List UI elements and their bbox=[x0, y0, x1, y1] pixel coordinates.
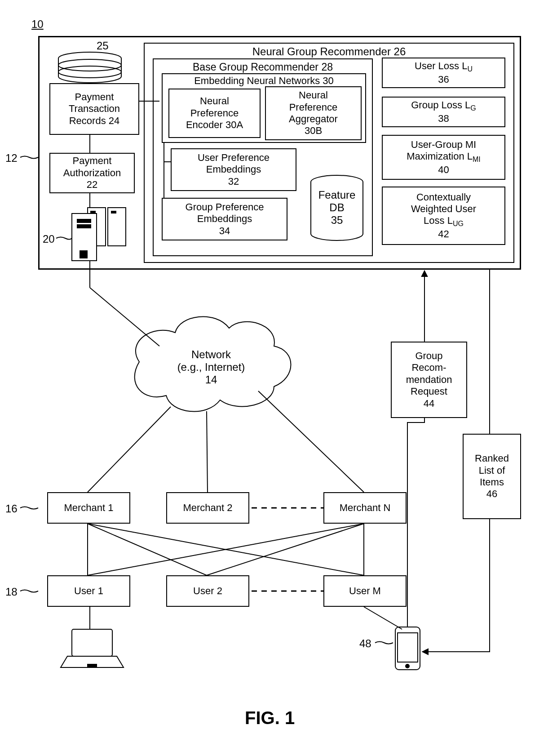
svg-line-23 bbox=[88, 524, 364, 575]
merchant-n: Merchant N bbox=[323, 492, 407, 524]
ref-16: 16 bbox=[5, 503, 18, 515]
feature-db-35: Feature DB 35 bbox=[317, 189, 357, 227]
userloss-l2: 36 bbox=[438, 74, 449, 85]
ref-48: 48 bbox=[359, 637, 371, 650]
ref-18: 18 bbox=[5, 586, 18, 598]
npe-l1: Neural bbox=[200, 95, 229, 107]
payment-auth-l1: Payment bbox=[73, 155, 112, 167]
svg-point-33 bbox=[406, 664, 409, 668]
grouploss-l2: 38 bbox=[438, 113, 449, 125]
npe-l2: Preference bbox=[190, 107, 239, 119]
gpe-l2: Embeddings bbox=[197, 213, 252, 225]
ngr-title: Neural Group Recommender 26 bbox=[252, 45, 406, 58]
grr-l4: Request bbox=[411, 386, 447, 397]
net-l2: (e.g., Internet) bbox=[177, 361, 245, 373]
npa-l4: 30B bbox=[305, 125, 322, 137]
ug-mi-40: User-Group MI Maximization LMI 40 bbox=[382, 135, 505, 180]
ugmi-line: Maximization LMI bbox=[407, 151, 481, 164]
npa-l2: Preference bbox=[289, 102, 338, 113]
enn-title: Embedding Neural Networks 30 bbox=[194, 75, 334, 87]
gpe-l3: 34 bbox=[219, 225, 230, 237]
svg-rect-31 bbox=[395, 627, 420, 670]
rli-l2: List of bbox=[479, 465, 505, 476]
payment-auth-22: Payment Authorization 22 bbox=[49, 153, 135, 193]
grouploss-line: Group Loss LG bbox=[411, 99, 476, 113]
payment-auth-l3: 22 bbox=[87, 179, 97, 191]
net-l3: 14 bbox=[205, 374, 217, 386]
npe-l3: Encoder 30A bbox=[186, 119, 243, 131]
svg-line-24 bbox=[207, 524, 364, 575]
group-loss-38: Group Loss LG 38 bbox=[382, 97, 505, 127]
merchant-2: Merchant 2 bbox=[166, 492, 249, 524]
group-pref-emb-34: Group Preference Embeddings 34 bbox=[162, 198, 287, 240]
userloss-line: User Loss LU bbox=[415, 60, 473, 74]
svg-rect-29 bbox=[88, 664, 97, 667]
payment-records-24: Payment Transaction Records 24 bbox=[49, 83, 139, 135]
encoder-30a: Neural Preference Encoder 30A bbox=[168, 89, 261, 138]
figure-caption: FIG. 1 bbox=[245, 708, 295, 728]
rli-l4: 46 bbox=[486, 488, 497, 500]
svg-rect-28 bbox=[72, 629, 112, 656]
grr-l3: mendation bbox=[406, 374, 452, 386]
grr-l2: Recom- bbox=[411, 362, 446, 374]
ugmi-l3: 40 bbox=[438, 164, 449, 176]
ref-10: 10 bbox=[31, 18, 44, 31]
user-pref-emb-32: User Preference Embeddings 32 bbox=[171, 148, 296, 191]
rli-l3: Items bbox=[480, 476, 504, 488]
user-m-label: User M bbox=[349, 585, 381, 597]
grr-l5: 44 bbox=[424, 398, 434, 409]
payment-records-l3: Records 24 bbox=[69, 115, 120, 127]
cwul-line: Loss LUG bbox=[424, 215, 464, 228]
user-1: User 1 bbox=[47, 575, 130, 607]
cwul-l2: Weighted User bbox=[411, 203, 476, 215]
merchant-1: Merchant 1 bbox=[47, 492, 130, 524]
npa-l1: Neural bbox=[299, 89, 328, 101]
ugmi-l1: User-Group MI bbox=[411, 139, 476, 151]
grr-l1: Group bbox=[415, 350, 442, 362]
fdb-l1: Feature bbox=[318, 189, 356, 201]
svg-line-19 bbox=[258, 391, 364, 492]
payment-records-l1: Payment bbox=[75, 91, 114, 103]
network-14: Network (e.g., Internet) 14 bbox=[162, 348, 261, 386]
aggregator-30b: Neural Preference Aggregator 30B bbox=[265, 86, 362, 140]
svg-rect-32 bbox=[398, 633, 418, 662]
user-m: User M bbox=[323, 575, 407, 607]
svg-line-22 bbox=[88, 524, 364, 575]
cwul-42: Contextually Weighted User Loss LUG 42 bbox=[382, 187, 505, 245]
gpe-l1: Group Preference bbox=[186, 201, 264, 213]
upe-l3: 32 bbox=[228, 176, 239, 187]
svg-line-16 bbox=[90, 288, 159, 346]
user-loss-36: User Loss LU 36 bbox=[382, 58, 505, 88]
npa-l3: Aggregator bbox=[289, 113, 338, 125]
upe-l1: User Preference bbox=[198, 152, 270, 164]
cwul-l4: 42 bbox=[438, 228, 449, 240]
svg-line-21 bbox=[88, 524, 207, 575]
ref-20: 20 bbox=[43, 233, 55, 245]
upe-l2: Embeddings bbox=[206, 164, 261, 175]
group-rec-req-44: Group Recom- mendation Request 44 bbox=[391, 342, 467, 418]
svg-line-18 bbox=[207, 411, 208, 492]
payment-auth-l2: Authorization bbox=[63, 167, 121, 179]
rli-l1: Ranked bbox=[475, 453, 509, 464]
ref-25: 25 bbox=[97, 40, 109, 52]
cwul-l1: Contextually bbox=[416, 191, 471, 203]
payment-records-l2: Transaction bbox=[69, 103, 120, 115]
svg-line-17 bbox=[88, 407, 171, 492]
bgr-title: Base Group Recommender 28 bbox=[193, 61, 333, 74]
ref-12: 12 bbox=[5, 152, 18, 165]
user-1-label: User 1 bbox=[74, 585, 103, 597]
merchant-n-label: Merchant N bbox=[340, 502, 391, 514]
merchant-2-label: Merchant 2 bbox=[183, 502, 232, 514]
svg-line-34 bbox=[364, 607, 402, 629]
net-l1: Network bbox=[191, 348, 231, 360]
fdb-l3: 35 bbox=[331, 214, 343, 226]
merchant-1-label: Merchant 1 bbox=[64, 502, 113, 514]
fdb-l2: DB bbox=[329, 201, 344, 213]
user-2: User 2 bbox=[166, 575, 249, 607]
ranked-list-46: Ranked List of Items 46 bbox=[463, 434, 521, 519]
user-2-label: User 2 bbox=[193, 585, 222, 597]
